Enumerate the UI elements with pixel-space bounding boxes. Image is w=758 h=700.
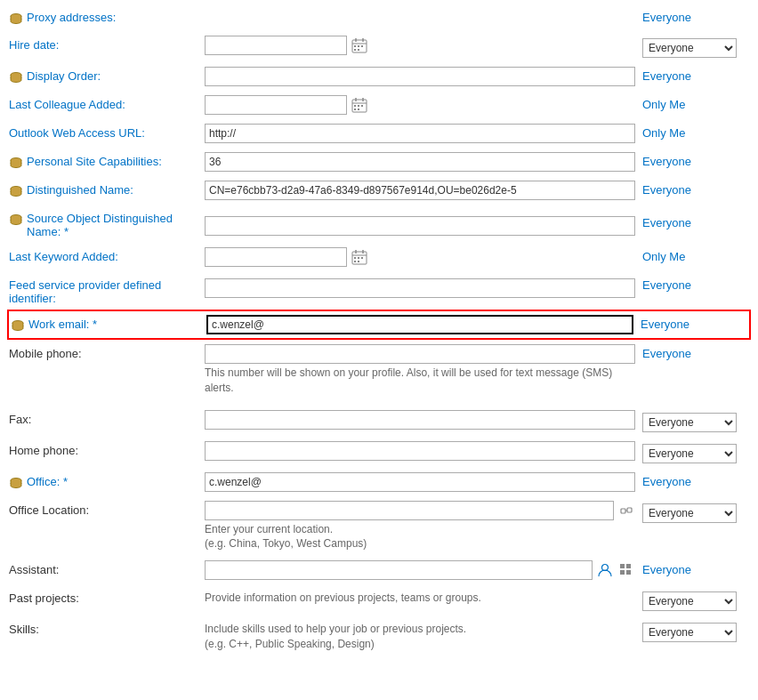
- label-past-projects: Past projects:: [9, 589, 205, 605]
- row-work-email: Work email: * Everyone: [7, 310, 751, 340]
- svg-rect-34: [621, 509, 625, 513]
- office-input[interactable]: [205, 472, 635, 492]
- privacy-select-home-phone[interactable]: Everyone Only Me My Team My Colleagues: [642, 444, 737, 463]
- privacy-last-keyword-added: Only Me: [642, 247, 749, 263]
- skills-help-text: Include skills used to help your job or …: [205, 622, 635, 652]
- row-office-location: Office Location: Enter your current loca…: [7, 496, 751, 557]
- database-icon: [9, 12, 23, 27]
- row-personal-site-capabilities: Personal Site Capabilities: Everyone: [7, 148, 751, 176]
- svg-rect-41: [626, 570, 631, 575]
- label-mobile-phone: Mobile phone:: [9, 344, 205, 360]
- past-projects-help-text: Provide information on previous projects…: [205, 591, 635, 606]
- input-col-office: [205, 472, 642, 492]
- label-hire-date: Hire date:: [9, 36, 205, 52]
- assistant-input[interactable]: [205, 560, 593, 580]
- input-col-home-phone: [205, 441, 642, 461]
- label-text-assistant: Assistant:: [9, 563, 59, 576]
- svg-rect-18: [354, 109, 356, 110]
- input-col-personal-site-capabilities: [205, 152, 642, 172]
- input-col-mobile-phone: This number will be shown on your profil…: [205, 344, 642, 396]
- label-skills: Skills:: [9, 620, 205, 636]
- input-col-display-order: [205, 67, 642, 86]
- label-text-skills: Skills:: [9, 623, 39, 636]
- input-col-office-location: Enter your current location.(e.g. China,…: [205, 501, 642, 552]
- privacy-personal-site-capabilities: Everyone: [642, 152, 749, 168]
- label-text-distinguished-name: Distinguished Name:: [27, 183, 133, 197]
- label-last-colleague-added: Last Colleague Added:: [9, 95, 205, 111]
- privacy-select-office-location[interactable]: Everyone Only Me My Team My Colleagues: [642, 503, 737, 523]
- row-outlook-web-access: Outlook Web Access URL: Only Me: [7, 119, 751, 148]
- privacy-text-display-order: Everyone: [642, 69, 691, 83]
- database-icon-office: [9, 477, 23, 491]
- privacy-feed-service-provider: Everyone: [642, 276, 749, 292]
- calendar-icon-last-keyword[interactable]: [351, 248, 368, 266]
- svg-rect-7: [361, 45, 363, 47]
- row-last-colleague-added: Last Colleague Added: Only Me: [7, 91, 751, 119]
- input-col-outlook-web-access: [205, 124, 642, 143]
- input-col-distinguished-name: [205, 181, 642, 200]
- home-phone-input[interactable]: [205, 441, 635, 461]
- distinguished-name-input[interactable]: [205, 181, 635, 200]
- input-col-skills: Include skills used to help your job or …: [205, 620, 642, 652]
- personal-site-capabilities-input[interactable]: [205, 152, 635, 172]
- row-home-phone: Home phone: Everyone Only Me My Team My …: [7, 437, 751, 468]
- fax-input[interactable]: [205, 410, 635, 430]
- svg-rect-39: [626, 564, 631, 568]
- mobile-phone-input[interactable]: [205, 344, 635, 364]
- svg-rect-40: [620, 570, 625, 575]
- privacy-text-distinguished-name: Everyone: [642, 183, 691, 197]
- privacy-home-phone: Everyone Only Me My Team My Colleagues: [642, 441, 749, 463]
- label-display-order: Display Order:: [9, 67, 205, 85]
- grid-icon-assistant[interactable]: [617, 561, 635, 579]
- calendar-icon-last-colleague[interactable]: [351, 96, 368, 114]
- source-object-distinguished-name-input[interactable]: [205, 216, 635, 236]
- row-office: Office: * Everyone: [7, 468, 751, 496]
- label-text-hire-date: Hire date:: [9, 38, 59, 52]
- svg-rect-30: [354, 261, 356, 262]
- last-keyword-input[interactable]: [205, 247, 347, 267]
- privacy-office: Everyone: [642, 472, 749, 488]
- privacy-select-skills[interactable]: Everyone Only Me My Team My Colleagues: [642, 623, 737, 642]
- link-icon-office-location[interactable]: [617, 502, 635, 519]
- work-email-input[interactable]: [206, 315, 633, 334]
- office-location-input-group: [205, 501, 635, 520]
- privacy-text-office: Everyone: [642, 475, 691, 488]
- input-col-work-email: [206, 315, 641, 334]
- calendar-icon-hire-date[interactable]: [351, 36, 368, 54]
- row-source-object-distinguished-name: Source Object DistinguishedName: * Every…: [7, 205, 751, 243]
- row-assistant: Assistant: Everyone: [7, 556, 751, 584]
- hire-date-input[interactable]: [205, 36, 347, 55]
- label-text-last-keyword-added: Last Keyword Added:: [9, 250, 118, 263]
- display-order-input[interactable]: [205, 67, 635, 86]
- last-colleague-input[interactable]: [205, 95, 347, 115]
- label-text-office: Office: *: [27, 475, 68, 488]
- label-personal-site-capabilities: Personal Site Capabilities:: [9, 152, 205, 171]
- privacy-hire-date: Everyone Only Me My Team My Colleagues: [642, 36, 749, 58]
- privacy-skills: Everyone Only Me My Team My Colleagues: [642, 620, 749, 642]
- privacy-select-past-projects[interactable]: Everyone Only Me My Team My Colleagues: [642, 591, 737, 611]
- input-col-feed-service-provider: [205, 276, 642, 298]
- privacy-select-hire-date[interactable]: Everyone Only Me My Team My Colleagues: [642, 38, 737, 58]
- label-outlook-web-access: Outlook Web Access URL:: [9, 124, 205, 140]
- database-icon-display-order: [9, 71, 23, 85]
- input-col-fax: [205, 410, 642, 430]
- row-hire-date: Hire date: Everyone Only Me My Team My C…: [7, 31, 751, 62]
- privacy-text-outlook-web-access: Only Me: [642, 126, 685, 140]
- privacy-text-personal-site-capabilities: Everyone: [642, 155, 691, 168]
- svg-rect-16: [358, 105, 359, 107]
- privacy-mobile-phone: Everyone: [642, 344, 749, 360]
- privacy-fax: Everyone Only Me My Team My Colleagues: [642, 410, 749, 432]
- office-location-input[interactable]: [205, 501, 614, 520]
- person-icon-assistant[interactable]: [596, 561, 614, 579]
- privacy-source-object-distinguished-name: Everyone: [642, 209, 749, 229]
- svg-rect-17: [361, 105, 363, 107]
- label-work-email: Work email: *: [11, 315, 206, 334]
- feed-service-provider-input[interactable]: [205, 278, 635, 298]
- outlook-web-access-input[interactable]: [205, 124, 635, 143]
- label-source-object-distinguished-name: Source Object DistinguishedName: *: [9, 209, 205, 238]
- privacy-select-fax[interactable]: Everyone Only Me My Team My Colleagues: [642, 413, 737, 432]
- label-proxy-addresses: Proxy addresses:: [9, 8, 205, 27]
- input-col-last-keyword-added: [205, 247, 642, 267]
- input-col-past-projects: Provide information on previous projects…: [205, 589, 642, 606]
- row-past-projects: Past projects: Provide information on pr…: [7, 584, 751, 616]
